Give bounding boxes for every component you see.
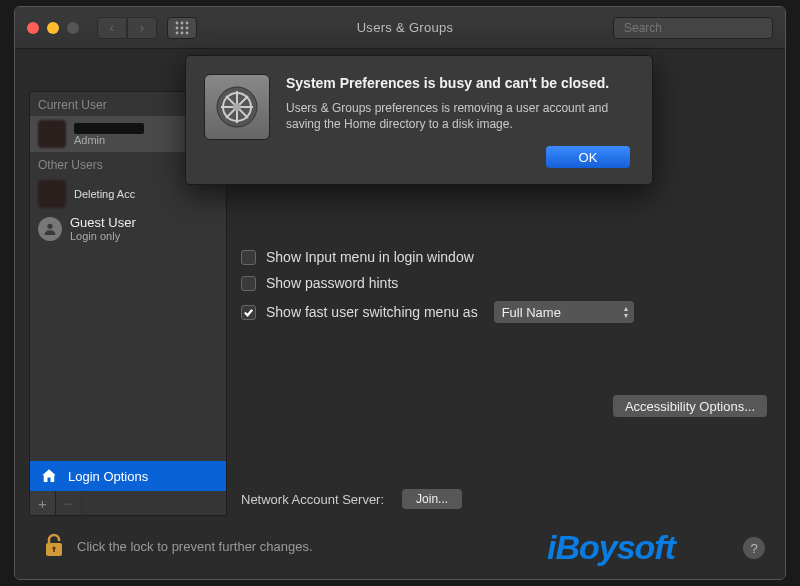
gear-icon xyxy=(213,83,261,131)
show-all-button[interactable] xyxy=(167,17,197,39)
prefs-app-icon xyxy=(204,74,270,140)
lock-icon[interactable] xyxy=(43,533,65,559)
user-role: Admin xyxy=(74,134,144,146)
user-name: Guest User xyxy=(70,216,136,230)
show-hints-label: Show password hints xyxy=(266,275,398,291)
titlebar: ‹ › Users & Groups xyxy=(15,7,785,49)
svg-point-2 xyxy=(186,21,189,24)
lock-message: Click the lock to prevent further change… xyxy=(77,539,313,554)
dialog-body: System Preferences is busy and can't be … xyxy=(286,74,630,168)
svg-point-0 xyxy=(176,21,179,24)
chevron-updown-icon: ▴▾ xyxy=(624,305,628,319)
check-icon xyxy=(243,307,254,318)
login-options-label: Login Options xyxy=(68,469,148,484)
add-user-button[interactable]: + xyxy=(30,491,56,515)
user-status: Deleting Acc xyxy=(74,188,135,200)
svg-point-11 xyxy=(47,224,52,229)
svg-point-3 xyxy=(176,26,179,29)
search-field[interactable] xyxy=(613,17,773,39)
accessibility-options-button[interactable]: Accessibility Options... xyxy=(613,395,767,417)
login-options-row[interactable]: Login Options xyxy=(30,461,226,491)
guest-avatar-icon xyxy=(38,217,62,241)
grid-icon xyxy=(175,21,189,35)
dialog-description: Users & Groups preferences is removing a… xyxy=(286,100,630,132)
svg-point-4 xyxy=(181,26,184,29)
sidebar-buttons: + − xyxy=(30,491,82,515)
svg-rect-14 xyxy=(53,548,55,552)
user-role: Login only xyxy=(70,230,136,242)
forward-button: › xyxy=(127,17,157,39)
svg-point-5 xyxy=(186,26,189,29)
avatar xyxy=(38,120,66,148)
busy-dialog: System Preferences is busy and can't be … xyxy=(185,55,653,185)
lock-row: Click the lock to prevent further change… xyxy=(43,533,313,559)
help-button[interactable]: ? xyxy=(743,537,765,559)
network-server-row: Network Account Server: Join... xyxy=(241,489,462,509)
svg-point-1 xyxy=(181,21,184,24)
fast-switch-select[interactable]: Full Name ▴▾ xyxy=(494,301,634,323)
svg-point-7 xyxy=(181,31,184,34)
svg-point-8 xyxy=(186,31,189,34)
user-name xyxy=(74,123,144,134)
join-button[interactable]: Join... xyxy=(402,489,462,509)
maximize-icon xyxy=(67,22,79,34)
nav-group: ‹ › xyxy=(97,17,157,39)
show-hints-row: Show password hints xyxy=(241,275,767,291)
guest-user-row[interactable]: Guest User Login only xyxy=(30,212,226,246)
close-icon[interactable] xyxy=(27,22,39,34)
show-input-row: Show Input menu in login window xyxy=(241,249,767,265)
back-button[interactable]: ‹ xyxy=(97,17,127,39)
remove-user-button: − xyxy=(56,491,82,515)
search-input[interactable] xyxy=(624,21,774,35)
preferences-window: ‹ › Users & Groups Current User Admin Ot… xyxy=(14,6,786,580)
minimize-icon[interactable] xyxy=(47,22,59,34)
fast-switch-checkbox[interactable] xyxy=(241,305,256,320)
watermark-logo: iBoysoft xyxy=(547,528,675,567)
dialog-title: System Preferences is busy and can't be … xyxy=(286,74,630,92)
fast-switch-row: Show fast user switching menu as Full Na… xyxy=(241,301,767,323)
show-input-checkbox[interactable] xyxy=(241,250,256,265)
house-icon xyxy=(40,467,58,485)
select-value: Full Name xyxy=(502,305,561,320)
svg-point-21 xyxy=(233,103,241,111)
show-input-label: Show Input menu in login window xyxy=(266,249,474,265)
ok-button[interactable]: OK xyxy=(546,146,630,168)
fast-switch-label: Show fast user switching menu as xyxy=(266,304,478,320)
svg-point-6 xyxy=(176,31,179,34)
avatar xyxy=(38,180,66,208)
show-hints-checkbox[interactable] xyxy=(241,276,256,291)
window-title: Users & Groups xyxy=(197,20,613,35)
network-label: Network Account Server: xyxy=(241,492,384,507)
traffic-lights xyxy=(27,22,79,34)
